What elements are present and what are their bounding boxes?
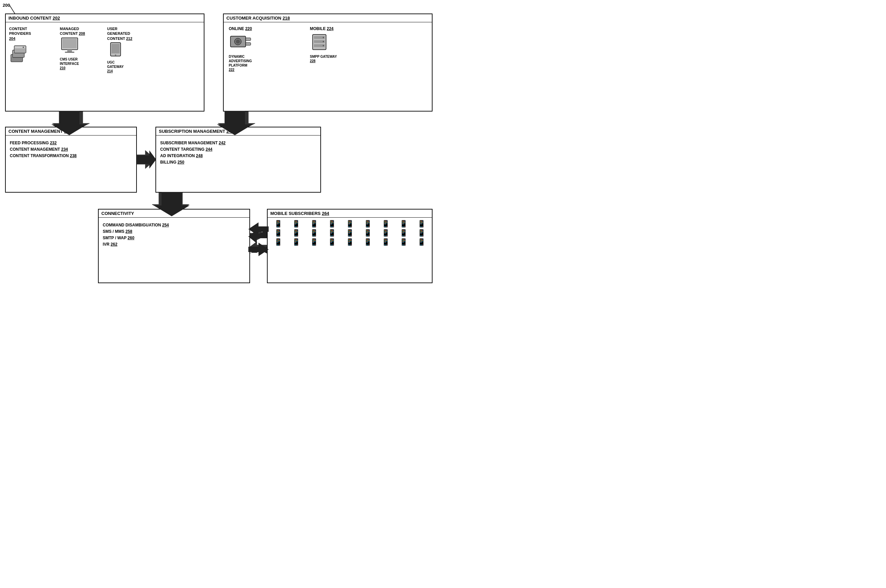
phone-cell: 📱	[288, 229, 304, 237]
managed-content-item: MANAGEDCONTENT 208 CMS USERINTERFACE210	[60, 26, 100, 70]
arrow-content-to-subscription	[137, 150, 156, 169]
ugc-label: USERGENERATEDCONTENT 212	[107, 26, 132, 41]
phone-cell: 📱	[288, 238, 304, 246]
svg-point-29	[323, 45, 324, 46]
content-management-item: CONTENT MANAGEMENT 234	[10, 147, 132, 152]
inbound-content-title: INBOUND CONTENT 202	[6, 14, 204, 22]
online-item: ONLINE 220 DYNAMICADVERTISINGPLATFORM222	[229, 26, 296, 72]
phone-cell: 📱	[270, 220, 286, 228]
mobile-subs-ref: 264	[322, 211, 329, 216]
phone-cell: 📱	[377, 220, 394, 228]
arrow-connectivity-to-mobile-right	[250, 242, 267, 252]
content-providers-item: CONTENTPROVIDERS204	[9, 26, 53, 64]
content-management-box: CONTENT MANAGEMENT 230 FEED PROCESSING 2…	[5, 127, 137, 193]
arrow-mobile-to-connectivity-left	[250, 230, 267, 240]
arrow5-left	[248, 230, 267, 243]
smpp-label: SMPP GATEWAY228	[310, 54, 337, 63]
svg-point-28	[323, 41, 324, 42]
ad-integration-item: AD INTEGRATION 248	[160, 153, 316, 158]
content-mgmt-ref: 230	[64, 129, 72, 134]
svg-rect-22	[246, 43, 251, 45]
svg-rect-21	[246, 38, 251, 40]
arrow5-right	[250, 245, 267, 254]
svg-point-17	[115, 54, 116, 56]
phone-cell: 📱	[323, 229, 340, 237]
cms-ui-label: CMS USERINTERFACE210	[60, 57, 79, 70]
svg-rect-14	[65, 52, 74, 53]
command-disambig-item: COMMAND DISAMBIGUATION 254	[103, 223, 245, 227]
mobile-server-icon	[310, 31, 332, 53]
camera-icon	[229, 31, 254, 53]
phone-cell: 📱	[306, 229, 322, 237]
svg-rect-16	[111, 44, 120, 53]
phone-cell: 📱	[341, 220, 358, 228]
svg-rect-13	[67, 50, 72, 52]
phone-cell: 📱	[341, 229, 358, 237]
billing-item: BILLING 250	[160, 160, 316, 165]
customer-acq-ref: 218	[282, 15, 290, 21]
phone-cell: 📱	[359, 220, 376, 228]
phone-cell: 📱	[395, 238, 412, 246]
inbound-content-ref: 202	[53, 15, 60, 21]
sms-mms-item: SMS / MMS 258	[103, 229, 245, 234]
arrow3-group	[137, 150, 156, 169]
phone-cell: 📱	[270, 238, 286, 246]
smtp-wap-item: SMTP / WAP 260	[103, 236, 245, 240]
phone-cell: 📱	[359, 229, 376, 237]
ivr-item: IVR 262	[103, 242, 245, 247]
mobile-subscribers-box: MOBILE SUBSCRIBERS 264 📱 📱 📱 📱 📱 📱 📱 📱 📱…	[267, 209, 433, 283]
phone-cell: 📱	[395, 229, 412, 237]
phone-cell: 📱	[413, 220, 430, 228]
inbound-content-box: INBOUND CONTENT 202 CONTENTPROVIDERS204	[5, 14, 204, 111]
ugc-device-icon	[107, 41, 126, 60]
content-targeting-item: CONTENT TARGETING 244	[160, 147, 316, 152]
phone-cell: 📱	[377, 229, 394, 237]
arrow3-right	[137, 150, 156, 169]
arrow-right-head	[248, 243, 268, 256]
phone-cell: 📱	[359, 238, 376, 246]
phone-grid: 📱 📱 📱 📱 📱 📱 📱 📱 📱 📱 📱 📱 📱 📱 📱 📱 📱 📱 📱	[270, 220, 430, 246]
phone-cell: 📱	[323, 238, 340, 246]
subscription-mgmt-list: SUBSCRIBER MANAGEMENT 242 CONTENT TARGET…	[156, 135, 320, 170]
svg-rect-12	[63, 39, 77, 48]
subscription-mgmt-title: SUBSCRIPTION MANAGEMENT 240	[156, 128, 320, 135]
arrow5-bidirect	[248, 230, 267, 254]
customer-acquisition-box: CUSTOMER ACQUISITION 218 ONLINE 220 DYNA…	[223, 14, 433, 111]
svg-point-27	[323, 37, 324, 38]
svg-point-20	[236, 39, 240, 44]
svg-point-10	[22, 46, 24, 48]
subscription-management-box: SUBSCRIPTION MANAGEMENT 240 SUBSCRIBER M…	[156, 127, 321, 193]
phone-cell: 📱	[270, 229, 286, 237]
feed-processing-item: FEED PROCESSING 232	[10, 141, 132, 145]
diagram-container: 200 INBOUND CONTENT 202 CONTENTPROVIDERS…	[0, 0, 443, 294]
ugc-gateway-label: UGCGATEWAY214	[107, 60, 124, 74]
phone-cell: 📱	[413, 229, 430, 237]
content-providers-label: CONTENTPROVIDERS204	[9, 26, 31, 41]
phone-cell: 📱	[377, 238, 394, 246]
phone-cell: 📱	[306, 220, 322, 228]
phone-cell: 📱	[413, 238, 430, 246]
servers-icon	[9, 41, 34, 64]
content-mgmt-title: CONTENT MANAGEMENT 230	[6, 128, 136, 135]
phone-cell: 📱	[288, 220, 304, 228]
online-label: ONLINE 220	[229, 26, 252, 31]
mobile-subs-title: MOBILE SUBSCRIBERS 264	[268, 210, 432, 218]
connectivity-list: COMMAND DISAMBIGUATION 254 SMS / MMS 258…	[99, 218, 249, 252]
mobile-item: MOBILE 224 SMPP GATEWAY228	[310, 26, 371, 63]
svg-line-0	[9, 5, 15, 14]
phone-cell: 📱	[341, 238, 358, 246]
subscriber-mgmt-item: SUBSCRIBER MANAGEMENT 242	[160, 141, 316, 145]
managed-content-label: MANAGEDCONTENT 208	[60, 26, 85, 36]
content-mgmt-list: FEED PROCESSING 232 CONTENT MANAGEMENT 2…	[6, 135, 136, 163]
ugc-item: USERGENERATEDCONTENT 212 UGCGATEWAY214	[107, 26, 148, 74]
subscription-mgmt-ref: 240	[226, 129, 234, 134]
arrow-left-head	[248, 222, 268, 236]
phone-cell: 📱	[306, 238, 322, 246]
monitor-icon	[60, 36, 80, 56]
mobile-subs-phones: 📱 📱 📱 📱 📱 📱 📱 📱 📱 📱 📱 📱 📱 📱 📱 📱 📱 📱 📱	[268, 218, 432, 248]
phone-cell: 📱	[323, 220, 340, 228]
content-transformation-item: CONTENT TRANSFORMATION 238	[10, 153, 132, 158]
customer-acq-title: CUSTOMER ACQUISITION 218	[224, 14, 432, 22]
mobile-label: MOBILE 224	[310, 26, 334, 31]
connectivity-box: CONNECTIVITY COMMAND DISAMBIGUATION 254 …	[98, 209, 250, 283]
